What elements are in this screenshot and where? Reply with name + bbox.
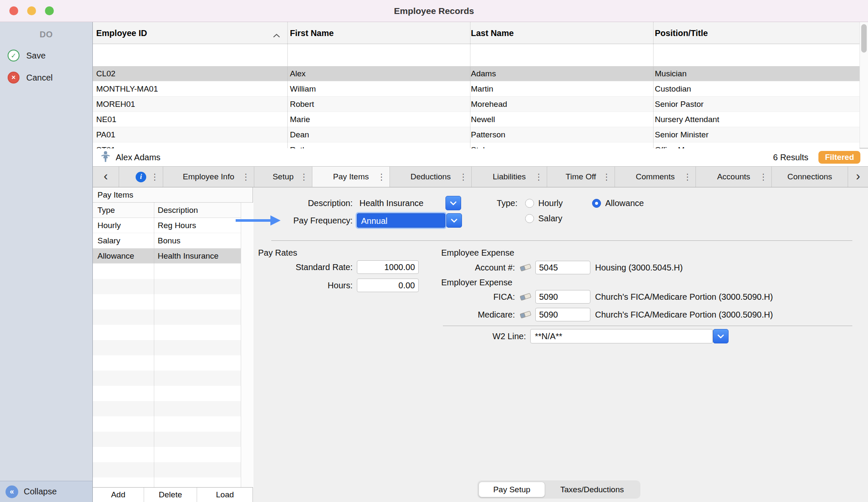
add-button[interactable]: Add — [93, 488, 144, 502]
pay-item-row-salary[interactable]: Salary Bonus — [93, 233, 241, 248]
tab-overflow-icon[interactable]: ⋮ — [377, 172, 386, 182]
pay-items-panel-title: Pay Items — [93, 187, 253, 203]
collapse-button[interactable]: « Collapse — [0, 481, 92, 502]
pay-item-type: Allowance — [97, 248, 134, 264]
column-header-position-title[interactable]: Position/Title — [655, 22, 708, 44]
tab-liabilities[interactable]: Liabilities ⋮ — [472, 167, 547, 187]
pay-frequency-dropdown-value[interactable]: Annual — [357, 213, 445, 228]
tab-deductions[interactable]: Deductions ⋮ — [390, 167, 472, 187]
traffic-lights — [9, 6, 54, 15]
standard-rate-input[interactable] — [357, 260, 419, 274]
pay-item-row-allowance[interactable]: Allowance Health Insurance — [93, 248, 241, 264]
tab-info[interactable]: i ⋮ — [119, 167, 163, 187]
close-window-button[interactable] — [9, 6, 18, 15]
column-divider — [653, 22, 654, 148]
type-radio-allowance[interactable] — [592, 199, 601, 208]
tab-overflow-icon[interactable]: ⋮ — [150, 172, 159, 182]
pay-items-panel: Pay Items Type Description Hourly Reg Ho… — [93, 187, 253, 502]
cell-employee-id: NE01 — [96, 112, 117, 127]
tab-comments[interactable]: Comments ⋮ — [615, 167, 696, 187]
zoom-window-button[interactable] — [45, 6, 54, 15]
eraser-icon[interactable] — [519, 262, 532, 275]
save-button[interactable]: ✓ Save — [0, 48, 92, 63]
delete-button[interactable]: Delete — [144, 488, 198, 502]
column-header-last-name[interactable]: Last Name — [471, 22, 514, 44]
type-label: Type: — [466, 196, 517, 210]
pay-items-empty-rows — [93, 264, 241, 487]
table-row-moreh01[interactable]: MOREH01 Robert Morehead Senior Pastor — [93, 97, 860, 112]
window-title: Employee Records — [394, 6, 474, 16]
tab-pay-items[interactable]: Pay Items ⋮ — [312, 167, 390, 187]
tab-employee-info[interactable]: Employee Info ⋮ — [163, 167, 254, 187]
pay-frequency-dropdown-button[interactable] — [446, 213, 462, 228]
table-row-ne01[interactable]: NE01 Marie Newell Nursery Attendant — [93, 112, 860, 127]
type-radio-hourly[interactable] — [525, 199, 534, 208]
tab-overflow-icon[interactable]: ⋮ — [459, 172, 467, 182]
hours-input[interactable] — [357, 279, 419, 292]
cell-position: Custodian — [655, 81, 691, 97]
cell-employee-id: PA01 — [96, 127, 115, 142]
type-salary-label[interactable]: Salary — [538, 211, 562, 226]
pay-item-description: Bonus — [158, 233, 181, 248]
tab-time-off[interactable]: Time Off ⋮ — [547, 167, 615, 187]
tab-overflow-icon[interactable]: ⋮ — [534, 172, 543, 182]
pay-items-scrollbar-track[interactable] — [241, 203, 253, 487]
tab-accounts[interactable]: Accounts ⋮ — [696, 167, 772, 187]
eraser-icon[interactable] — [519, 291, 532, 304]
column-divider — [154, 203, 154, 487]
account-number-input[interactable] — [535, 261, 590, 274]
tabs-scroll-right-button[interactable]: › — [848, 167, 868, 187]
w2-line-dropdown-value[interactable]: **N/A** — [530, 329, 713, 343]
description-dropdown-value[interactable]: Health Insurance — [357, 196, 442, 210]
cell-last-name: Morehead — [471, 97, 507, 112]
column-divider — [470, 22, 470, 148]
results-count: 6 Results — [773, 153, 808, 162]
filtered-badge[interactable]: Filtered — [818, 151, 860, 164]
tabs-scroll-left-button[interactable]: ‹ — [93, 167, 119, 187]
fica-account-input[interactable] — [535, 290, 590, 304]
table-row-cl02[interactable]: CL02 Alex Adams Musician — [93, 66, 860, 81]
pay-item-row-hourly[interactable]: Hourly Reg Hours — [93, 218, 241, 233]
tab-overflow-icon[interactable]: ⋮ — [683, 172, 692, 182]
tab-overflow-icon[interactable]: ⋮ — [300, 172, 308, 182]
tab-connections[interactable]: Connections — [772, 167, 848, 187]
column-divider — [287, 22, 288, 148]
section-divider — [271, 240, 852, 241]
minimize-window-button[interactable] — [27, 6, 36, 15]
tab-overflow-icon[interactable]: ⋮ — [242, 172, 250, 182]
tab-setup[interactable]: Setup ⋮ — [254, 167, 312, 187]
description-dropdown-button[interactable] — [445, 196, 461, 210]
cancel-label: Cancel — [26, 73, 53, 83]
hours-label: Hours: — [262, 278, 353, 293]
table-row-monthly-ma01[interactable]: MONTHLY-MA01 William Martin Custodian — [93, 81, 860, 97]
column-header-description[interactable]: Description — [158, 203, 198, 218]
column-header-type[interactable]: Type — [97, 203, 115, 218]
column-header-first-name[interactable]: First Name — [290, 22, 334, 44]
sidebar: DO ✓ Save × Cancel « Collapse — [0, 22, 93, 502]
medicare-account-input[interactable] — [535, 308, 590, 321]
type-hourly-label[interactable]: Hourly — [538, 196, 563, 210]
sort-ascending-icon — [273, 31, 280, 40]
pay-item-type: Salary — [97, 233, 120, 248]
cancel-button[interactable]: × Cancel — [0, 70, 92, 85]
cell-last-name: Newell — [471, 112, 495, 127]
type-allowance-label[interactable]: Allowance — [605, 196, 644, 210]
column-header-employee-id[interactable]: Employee ID — [96, 22, 147, 44]
load-button[interactable]: Load — [197, 488, 253, 502]
pay-items-actions: Add Delete Load — [93, 487, 253, 502]
segment-pay-setup[interactable]: Pay Setup — [479, 482, 545, 497]
eraser-icon[interactable] — [519, 309, 532, 322]
table-scrollbar[interactable] — [860, 22, 868, 148]
table-row-pa01[interactable]: PA01 Dean Patterson Senior Minister — [93, 127, 860, 142]
tab-overflow-icon[interactable]: ⋮ — [759, 172, 768, 182]
scrollbar-thumb[interactable] — [861, 24, 867, 53]
employer-expense-title: Employer Expense — [441, 275, 512, 290]
segment-taxes-deductions[interactable]: Taxes/Deductions — [545, 482, 639, 497]
fica-label: FICA: — [431, 290, 515, 304]
pay-items-column-header: Type Description — [93, 203, 253, 218]
w2-line-dropdown-button[interactable] — [713, 329, 729, 343]
tab-overflow-icon[interactable]: ⋮ — [602, 172, 611, 182]
type-radio-salary[interactable] — [525, 214, 534, 223]
bottom-segmented-control: Pay Setup Taxes/Deductions — [477, 480, 640, 499]
cell-first-name: Marie — [290, 112, 310, 127]
